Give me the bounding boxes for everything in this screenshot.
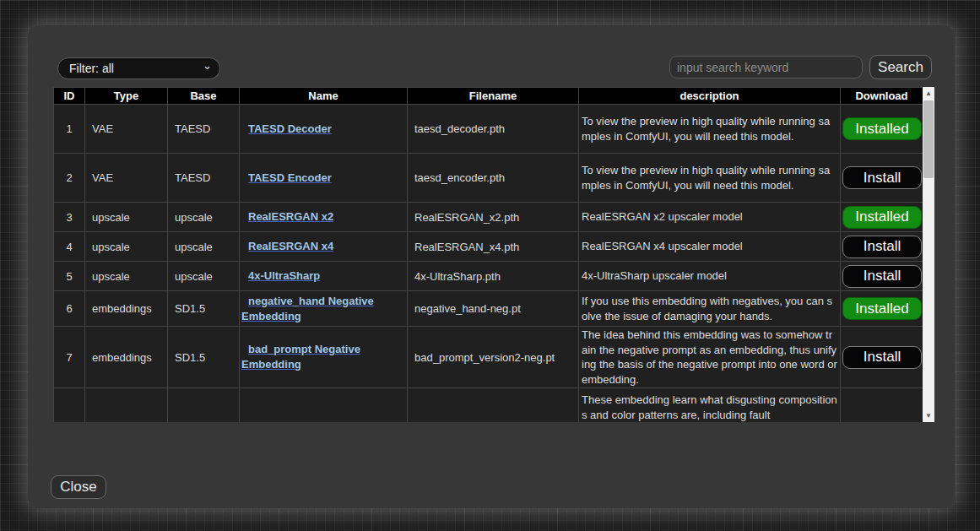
cell-base: upscale: [168, 262, 240, 291]
installed-button[interactable]: Installed: [842, 206, 922, 229]
cell-description: 4x-UltraSharp upscaler model: [579, 262, 841, 291]
cell-base: TAESD: [168, 154, 240, 203]
cell-name: [240, 388, 408, 423]
table-row: 6 embeddings SD1.5 negative_hand Negativ…: [54, 291, 923, 327]
model-name-link[interactable]: TAESD Encoder: [248, 171, 332, 184]
cell-name: negative_hand Negative Embedding: [240, 291, 408, 327]
cell-download: Install: [841, 232, 923, 262]
column-header: Filename: [408, 88, 579, 105]
cell-description: RealESRGAN x2 upscaler model: [579, 203, 841, 232]
model-name-link[interactable]: 4x-UltraSharp: [248, 269, 320, 282]
cell-download: [841, 388, 923, 423]
cell-base: TAESD: [168, 105, 240, 154]
column-header: Download: [841, 88, 923, 105]
cell-filename: negative_hand-neg.pt: [408, 291, 579, 327]
cell-name: RealESRGAN x2: [240, 203, 408, 232]
column-header: description: [579, 88, 841, 105]
cell-description: The idea behind this embedding was to so…: [579, 327, 841, 388]
cell-name: RealESRGAN x4: [240, 232, 408, 262]
cell-download: Installed: [841, 291, 923, 327]
table-row: 2 VAE TAESD TAESD Encoder taesd_encoder.…: [54, 154, 923, 203]
models-table-zone: IDTypeBaseNameFilenamedescriptionDownloa…: [53, 87, 934, 422]
cell-download: Install: [841, 154, 923, 203]
cell-base: upscale: [168, 232, 240, 262]
cell-id: [54, 388, 85, 423]
cell-type: upscale: [85, 262, 168, 291]
cell-download: Install: [841, 262, 923, 291]
cell-id: 2: [54, 154, 85, 203]
install-button[interactable]: Install: [842, 236, 922, 258]
cell-name: TAESD Decoder: [240, 105, 408, 154]
cell-base: SD1.5: [168, 291, 240, 327]
cell-id: 5: [54, 262, 85, 291]
table-row: 3 upscale upscale RealESRGAN x2 RealESRG…: [54, 203, 923, 232]
close-button[interactable]: Close: [51, 475, 106, 499]
cell-type: VAE: [85, 105, 168, 154]
cell-name: bad_prompt Negative Embedding: [240, 327, 408, 388]
model-name-link[interactable]: bad_prompt Negative Embedding: [241, 343, 360, 371]
cell-id: 7: [54, 327, 85, 388]
cell-type: [85, 388, 168, 423]
table-header-row: IDTypeBaseNameFilenamedescriptionDownloa…: [54, 88, 923, 105]
cell-description: These embedding learn what disgusting co…: [579, 388, 841, 423]
table-scrollbar[interactable]: ▲ ▼: [923, 87, 934, 422]
model-name-link[interactable]: RealESRGAN x2: [248, 210, 333, 223]
column-header: Base: [168, 88, 240, 105]
cell-description: To view the preview in high quality whil…: [579, 105, 841, 154]
cell-base: SD1.5: [168, 327, 240, 388]
cell-filename: bad_prompt_version2-neg.pt: [408, 327, 579, 388]
cell-download: Installed: [841, 203, 923, 232]
cell-download: Install: [841, 327, 923, 388]
install-button[interactable]: Install: [842, 265, 922, 288]
scrollbar-thumb[interactable]: [923, 100, 934, 178]
cell-base: upscale: [168, 203, 240, 232]
model-name-link[interactable]: RealESRGAN x4: [248, 240, 333, 252]
cell-id: 6: [54, 291, 85, 327]
column-header: Type: [85, 88, 168, 105]
search-input[interactable]: [669, 56, 863, 79]
table-row: 7 embeddings SD1.5 bad_prompt Negative E…: [54, 327, 923, 388]
cell-filename: RealESRGAN_x2.pth: [408, 203, 579, 232]
cell-name: TAESD Encoder: [240, 154, 408, 203]
table-row: 1 VAE TAESD TAESD Decoder taesd_decoder.…: [54, 105, 923, 154]
installed-button[interactable]: Installed: [842, 117, 922, 140]
install-button[interactable]: Install: [842, 346, 922, 369]
install-button[interactable]: Install: [842, 166, 922, 189]
column-header: Name: [240, 88, 408, 105]
filter-select[interactable]: Filter: all: [57, 57, 220, 79]
installed-button[interactable]: Installed: [842, 297, 922, 320]
cell-filename: [408, 388, 579, 423]
search-button[interactable]: Search: [869, 55, 932, 79]
cell-download: Installed: [841, 105, 923, 154]
scroll-up-icon[interactable]: ▲: [923, 87, 934, 100]
cell-type: embeddings: [85, 291, 168, 327]
models-table: IDTypeBaseNameFilenamedescriptionDownloa…: [53, 87, 923, 422]
table-row: 4 upscale upscale RealESRGAN x4 RealESRG…: [54, 232, 923, 262]
scroll-down-icon[interactable]: ▼: [923, 409, 934, 422]
cell-type: upscale: [85, 232, 168, 262]
cell-filename: taesd_decoder.pth: [408, 105, 579, 154]
cell-filename: 4x-UltraSharp.pth: [408, 262, 579, 291]
cell-description: RealESRGAN x4 upscaler model: [579, 232, 841, 262]
cell-id: 1: [54, 105, 85, 154]
cell-filename: taesd_encoder.pth: [408, 154, 579, 203]
cell-type: VAE: [85, 154, 168, 203]
cell-description: If you use this embedding with negatives…: [579, 291, 841, 327]
install-models-dialog: Filter: all ⌄ Search IDTypeBaseNameFilen…: [28, 25, 955, 508]
cell-base: [168, 388, 240, 423]
column-header: ID: [54, 88, 85, 105]
cell-type: embeddings: [85, 327, 168, 388]
model-name-link[interactable]: TAESD Decoder: [248, 122, 332, 135]
table-row: These embedding learn what disgusting co…: [54, 388, 923, 423]
cell-name: 4x-UltraSharp: [240, 262, 408, 291]
cell-id: 4: [54, 232, 85, 262]
table-row: 5 upscale upscale 4x-UltraSharp 4x-Ultra…: [54, 262, 923, 291]
cell-type: upscale: [85, 203, 168, 232]
cell-id: 3: [54, 203, 85, 232]
cell-filename: RealESRGAN_x4.pth: [408, 232, 579, 262]
model-name-link[interactable]: negative_hand Negative Embedding: [241, 295, 374, 322]
cell-description: To view the preview in high quality whil…: [579, 154, 841, 203]
